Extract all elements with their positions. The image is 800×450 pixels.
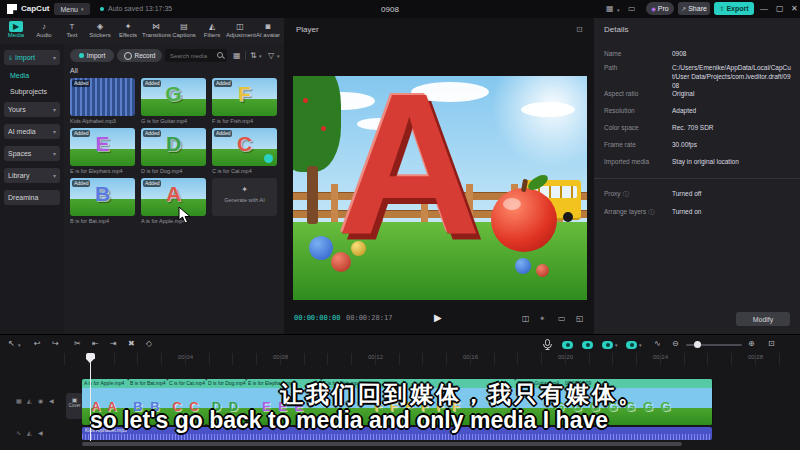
select-tool-icon[interactable]: ↖: [8, 339, 15, 349]
sort-chevron-icon[interactable]: ▾: [259, 53, 262, 59]
keyframe-icon[interactable]: ◇: [146, 339, 152, 349]
ratio-icon[interactable]: ▭: [558, 314, 566, 323]
record-voiceover-icon[interactable]: [543, 339, 552, 350]
zoom-out-icon[interactable]: ⊖: [672, 339, 679, 349]
track-options-icon[interactable]: ▦: [16, 397, 22, 404]
mute-track-icon[interactable]: ◀: [49, 397, 54, 404]
tab-stickers[interactable]: ◈Stickers: [86, 18, 114, 44]
sidebar-item-media[interactable]: Media: [10, 72, 29, 79]
detail-label: Proxyⓘ: [604, 190, 629, 199]
tab-ai-avatar[interactable]: ◙AI avatar: [254, 18, 282, 44]
split-icon[interactable]: ✂: [74, 339, 81, 349]
filter-icon[interactable]: ▽: [268, 51, 274, 61]
tab-transitions[interactable]: ⋈Transitions: [142, 18, 170, 44]
graph-icon[interactable]: ∿: [654, 339, 661, 349]
linked-chevron-icon[interactable]: ▾: [615, 342, 618, 348]
zoom-in-icon[interactable]: ⊕: [748, 339, 755, 349]
media-item-b-bat[interactable]: AddedB B is for Bat.mp4: [70, 178, 135, 224]
app-name: CapCut: [21, 4, 49, 13]
timeline-ruler[interactable]: [62, 353, 800, 365]
record-button[interactable]: Record: [117, 49, 162, 62]
sidebar-item-dreamina[interactable]: Dreamina: [4, 190, 60, 205]
toolbar-divider: [245, 51, 246, 60]
fit-timeline-icon[interactable]: ⊡: [768, 339, 775, 349]
tab-adjustment[interactable]: ◫Adjustment: [226, 18, 254, 44]
media-item-kids-alphabet[interactable]: Added Kids Alphabet.mp3: [70, 78, 135, 124]
media-item-d-dog[interactable]: AddedD D is for Dog.mp4: [141, 128, 206, 174]
timeline-scrollbar[interactable]: [82, 442, 682, 446]
delete-icon[interactable]: ✖: [128, 339, 135, 349]
media-item-name: E is for Elephant.mp4: [70, 168, 135, 174]
audio-track-options-icon[interactable]: ∿: [16, 429, 21, 436]
sidebar-item-subprojects[interactable]: Subprojects: [10, 88, 47, 95]
autosave-status: Auto saved 13:17:35: [108, 5, 172, 12]
sidebar-item-yours[interactable]: Yours▾: [4, 102, 60, 117]
media-item-g-guitar[interactable]: AddedG G is for Guitar.mp4: [141, 78, 206, 124]
hide-track-icon[interactable]: ◉: [38, 397, 43, 404]
sort-icon[interactable]: ⇅: [250, 51, 257, 61]
cover-button[interactable]: ▣ Cover: [66, 393, 83, 419]
autosave-dot: [100, 7, 104, 11]
undo-icon[interactable]: ↩: [34, 339, 41, 349]
menu-button[interactable]: Menu ▾: [54, 3, 90, 15]
search-box[interactable]: [165, 49, 227, 62]
tab-media[interactable]: ▶Media: [2, 18, 30, 44]
tab-filters[interactable]: ◭Filters: [198, 18, 226, 44]
sidebar-item-ai-media[interactable]: AI media▾: [4, 124, 60, 139]
media-thumbnail: AddedD: [141, 128, 206, 166]
info-icon[interactable]: ⓘ: [623, 191, 629, 197]
redo-icon[interactable]: ↪: [52, 339, 59, 349]
delete-right-icon[interactable]: ⇥: [110, 339, 117, 349]
tab-text[interactable]: TText: [58, 18, 86, 44]
media-filter-all[interactable]: All: [70, 67, 78, 74]
sidebar-item-import[interactable]: ⇩ Import ▾: [4, 50, 60, 65]
lock-icon[interactable]: ◭: [27, 429, 32, 436]
grid-view-icon[interactable]: ▦: [233, 51, 241, 61]
generate-with-ai-tile[interactable]: ✦ Generate with AI: [212, 178, 277, 216]
sidebar-item-library[interactable]: Library▾: [4, 168, 60, 183]
tab-audio[interactable]: ♪Audio: [30, 18, 58, 44]
tab-effects[interactable]: ✦Effects: [114, 18, 142, 44]
tab-label: Audio: [30, 32, 58, 39]
preview-axis-icon[interactable]: [626, 341, 637, 349]
modify-button[interactable]: Modify: [736, 312, 790, 326]
detail-value-name: 0908: [672, 50, 792, 59]
panels-icon[interactable]: ▭: [628, 4, 636, 13]
player-options-icon[interactable]: ⊡: [576, 25, 583, 34]
mute-track-icon[interactable]: ◀: [38, 429, 43, 436]
select-tool-chevron-icon[interactable]: ▾: [18, 342, 21, 348]
auto-ripple-icon[interactable]: [582, 341, 593, 349]
linked-icon[interactable]: [602, 341, 613, 349]
media-item-a-apple[interactable]: AddedA A is for Apple.mp4: [141, 178, 206, 224]
tab-captions[interactable]: ▤Captions: [170, 18, 198, 44]
player-panel: Player ⊡: [284, 18, 595, 334]
sidebar-item-spaces[interactable]: Spaces▾: [4, 146, 60, 161]
media-item-e-elephant[interactable]: AddedE E is for Elephant.mp4: [70, 128, 135, 174]
zoom-slider-handle[interactable]: [694, 341, 701, 348]
tab-label: Text: [58, 32, 86, 39]
magnetic-snap-icon[interactable]: [562, 341, 573, 349]
info-icon[interactable]: ⓘ: [648, 209, 654, 215]
snapshot-icon[interactable]: ◫: [522, 314, 530, 323]
play-button[interactable]: ▶: [434, 312, 442, 323]
share-button[interactable]: ↗ Share: [678, 2, 710, 15]
delete-left-icon[interactable]: ⇤: [92, 339, 99, 349]
media-item-c-cat[interactable]: AddedC C is for Cat.mp4: [212, 128, 277, 174]
import-button[interactable]: Import: [70, 49, 114, 62]
media-item-f-fish[interactable]: AddedF F is for Fish.mp4: [212, 78, 277, 124]
zoom-slider[interactable]: [686, 344, 742, 346]
filter-chevron-icon[interactable]: ▾: [277, 53, 280, 59]
layout-chevron-icon[interactable]: ▾: [617, 7, 620, 13]
preview-axis-chevron-icon[interactable]: ▾: [639, 342, 642, 348]
close-button[interactable]: ✕: [791, 4, 798, 13]
layout-icon[interactable]: ▦: [606, 4, 614, 13]
maximize-button[interactable]: ▢: [776, 4, 784, 13]
minimize-button[interactable]: —: [760, 4, 768, 13]
tracking-icon[interactable]: ⌖: [540, 314, 545, 324]
fullscreen-icon[interactable]: ◱: [576, 314, 584, 323]
export-button[interactable]: ⇧ Export: [714, 2, 754, 15]
search-input[interactable]: [168, 52, 217, 60]
pro-button[interactable]: ◆ Pro: [646, 2, 674, 15]
audio-waveform: [82, 434, 712, 440]
lock-icon[interactable]: ◭: [27, 397, 32, 404]
